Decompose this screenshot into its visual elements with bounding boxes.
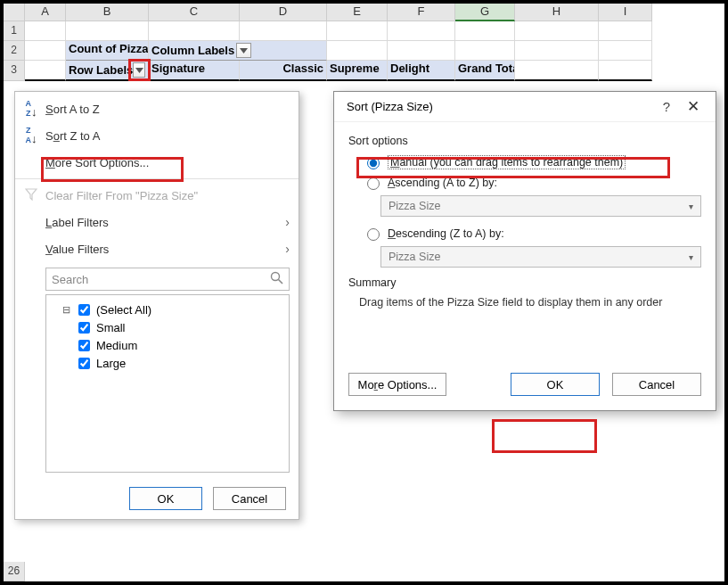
cell-D1[interactable] — [240, 21, 327, 41]
cell-G3[interactable]: Grand Total — [455, 61, 515, 81]
tree-label: Medium — [96, 339, 137, 352]
col-header-E[interactable]: E — [327, 4, 388, 21]
radio-ascending[interactable] — [367, 177, 380, 190]
sort-options-label: Sort options — [348, 135, 701, 147]
select-all-corner[interactable] — [4, 4, 25, 21]
search-input[interactable]: Search — [45, 268, 290, 291]
dialog-title: Sort (Pizza Size) — [347, 100, 433, 113]
row-labels-text: Row Labels — [69, 63, 133, 77]
row-header-3[interactable]: 3 — [4, 61, 25, 81]
cell-C2[interactable]: Column Labels — [149, 41, 327, 61]
cell-B2[interactable]: Count of Pizza_ — [66, 41, 149, 61]
value-filters[interactable]: Value Filters › — [15, 235, 299, 262]
search-icon — [270, 271, 283, 287]
tree-item-medium[interactable]: Medium — [50, 336, 285, 354]
cell-A3[interactable] — [25, 61, 66, 81]
col-header-D[interactable]: D — [240, 4, 327, 21]
col-header-H[interactable]: H — [515, 4, 599, 21]
radio-manual-row[interactable]: Manual (you can drag items to rearrange … — [363, 154, 701, 169]
column-labels-text: Column Labels — [151, 44, 234, 57]
checkbox-medium[interactable] — [78, 340, 90, 351]
menu-separator — [15, 178, 299, 179]
dropdown-icon: ▾ — [689, 202, 693, 211]
cell-H2[interactable] — [515, 41, 599, 61]
descending-field-value: Pizza Size — [389, 251, 440, 263]
tree-toggle-icon: ⊟ — [62, 304, 71, 316]
chevron-right-icon: › — [285, 215, 290, 229]
descending-field-dropdown[interactable]: Pizza Size ▾ — [380, 246, 701, 268]
cell-E3[interactable]: Supreme — [327, 61, 388, 81]
label-filters[interactable]: Label Filters › — [15, 209, 299, 235]
col-header-I[interactable]: I — [599, 4, 652, 21]
dialog-titlebar[interactable]: Sort (Pizza Size) ? ✕ — [334, 92, 716, 122]
spreadsheet: A B C D E F G H I 1 2 Count of P — [4, 4, 724, 81]
cell-F2[interactable] — [388, 41, 455, 61]
ascending-field-dropdown[interactable]: Pizza Size ▾ — [380, 195, 701, 217]
filter-tree[interactable]: ⊟ (Select All) Small Medium Large — [45, 294, 290, 473]
menu-cancel-button[interactable]: Cancel — [213, 487, 286, 510]
tree-item-small[interactable]: Small — [50, 318, 285, 336]
cell-C1[interactable] — [149, 21, 240, 41]
dialog-ok-button[interactable]: OK — [511, 373, 600, 396]
radio-manual[interactable] — [367, 157, 380, 169]
sort-dialog: Sort (Pizza Size) ? ✕ Sort options Manua… — [333, 91, 716, 411]
sort-za-icon: ZA↓ — [22, 126, 40, 145]
cell-I1[interactable] — [599, 21, 652, 41]
cell-H3[interactable] — [515, 61, 599, 81]
radio-ascending-row[interactable]: Ascending (A to Z) by: — [363, 175, 701, 190]
cell-E2[interactable] — [327, 41, 388, 61]
cell-B1[interactable] — [66, 21, 149, 41]
svg-point-0 — [272, 273, 280, 281]
ascending-field-value: Pizza Size — [389, 200, 440, 212]
row-header-1[interactable]: 1 — [4, 21, 25, 41]
cell-G2[interactable] — [455, 41, 515, 61]
checkbox-small[interactable] — [78, 322, 90, 334]
col-header-C[interactable]: C — [149, 4, 240, 21]
radio-descending[interactable] — [367, 228, 380, 241]
cell-A2[interactable] — [25, 41, 66, 61]
chevron-right-icon: › — [285, 242, 290, 256]
help-button[interactable]: ? — [653, 99, 680, 114]
checkbox-select-all[interactable] — [78, 304, 90, 316]
summary-text: Drag items of the Pizza Size field to di… — [359, 296, 701, 309]
filter-menu: AZ↓ SSort A to Zort A to Z ZA↓ Sort Z to… — [14, 91, 299, 520]
column-labels-filter-button[interactable] — [236, 43, 251, 58]
tree-item-large[interactable]: Large — [50, 354, 285, 372]
cell-G1[interactable] — [455, 21, 515, 41]
search-placeholder: Search — [52, 273, 88, 286]
cell-F3[interactable]: Delight — [388, 61, 455, 81]
sort-az-icon: AZ↓ — [22, 99, 40, 119]
checkbox-large[interactable] — [78, 358, 90, 369]
cell-H1[interactable] — [515, 21, 599, 41]
dropdown-icon — [240, 48, 248, 54]
cell-D3[interactable]: Classic — [240, 61, 327, 81]
row-header-2[interactable]: 2 — [4, 41, 25, 61]
cell-B3[interactable]: Row Labels — [66, 61, 149, 81]
tree-label: (Select All) — [96, 303, 151, 317]
row-labels-filter-button[interactable] — [133, 62, 145, 78]
tree-label: Small — [96, 321, 126, 334]
col-header-A[interactable]: A — [25, 4, 66, 21]
dropdown-icon: ▾ — [689, 252, 693, 262]
tree-item-select-all[interactable]: ⊟ (Select All) — [50, 301, 285, 318]
cell-I3[interactable] — [599, 61, 652, 81]
cell-F1[interactable] — [388, 21, 455, 41]
sort-z-to-a[interactable]: ZA↓ Sort Z to A — [15, 122, 299, 149]
cell-I2[interactable] — [599, 41, 652, 61]
cell-A1[interactable] — [25, 21, 66, 41]
dialog-cancel-button[interactable]: Cancel — [612, 373, 701, 396]
col-header-F[interactable]: F — [388, 4, 455, 21]
row-header-26[interactable]: 26 — [4, 562, 25, 581]
close-button[interactable]: ✕ — [680, 97, 707, 116]
clear-filter-icon — [22, 188, 40, 203]
more-options-button[interactable]: More Options... — [348, 373, 446, 396]
menu-ok-button[interactable]: OK — [129, 487, 202, 510]
more-sort-options[interactable]: More Sort Options... — [15, 149, 299, 176]
radio-descending-row[interactable]: Descending (Z to A) by: — [363, 226, 701, 241]
cell-E1[interactable] — [327, 21, 388, 41]
svg-line-1 — [279, 280, 283, 284]
col-header-G[interactable]: G — [455, 4, 515, 21]
col-header-B[interactable]: B — [66, 4, 149, 21]
cell-C3[interactable]: Signature — [149, 61, 240, 81]
sort-a-to-z[interactable]: AZ↓ SSort A to Zort A to Z — [15, 95, 299, 122]
